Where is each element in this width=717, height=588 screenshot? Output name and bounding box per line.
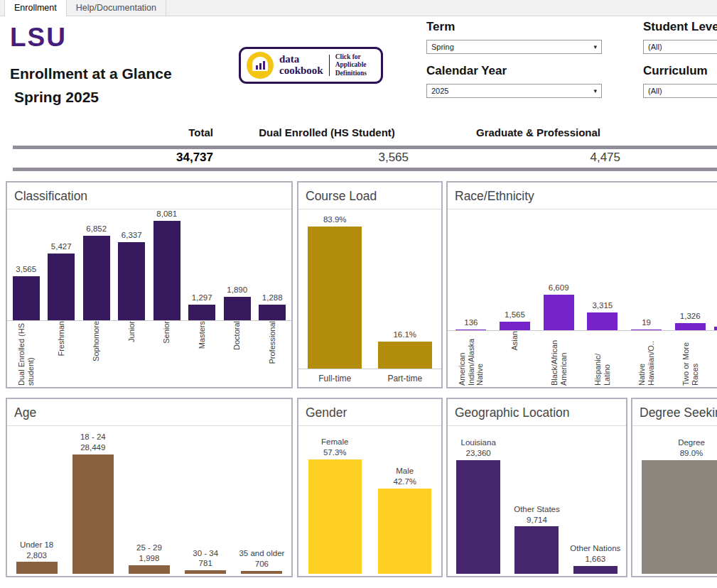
summary-header-dual-enrolled: Dual Enrolled (HS Student) <box>242 126 412 138</box>
gender-panel: Gender Female57.3%Male42.7% <box>297 398 443 577</box>
bar-black-african-american[interactable] <box>544 295 574 330</box>
axis-label-masters: Masters <box>198 321 207 349</box>
race-ethnicity-panel: Race/Ethnicity 1361,5656,6093,315191,326… <box>446 181 717 388</box>
cookbook-note: Click for Applicable Definitions <box>335 53 375 77</box>
summary-header-grad-professional: Graduate & Professional <box>458 126 618 138</box>
axis-label-freshman: Freshman <box>57 321 66 356</box>
axis-label-hispanic-latino: Hispanic/ Latino <box>593 331 611 386</box>
bar-label: 5,427 <box>51 241 72 252</box>
bar-professional[interactable] <box>259 305 286 320</box>
race-ethnicity-title: Race/Ethnicity <box>448 183 717 209</box>
bar-junior[interactable] <box>118 242 145 320</box>
tab-bar: Enrollment Help/Documentation <box>0 0 717 16</box>
bar-female[interactable] <box>308 459 362 574</box>
classification-panel: Classification 3,5655,4276,8526,3378,081… <box>6 181 293 388</box>
cookbook-divider <box>329 55 330 76</box>
filter-curriculum-label: Curriculum <box>643 64 717 78</box>
bar-label: 1,565 <box>505 310 525 320</box>
filter-calendar-year: Calendar Year 2025▾ <box>426 64 602 98</box>
bar-label: Louisiana23,360 <box>461 437 496 459</box>
bar-35-and-older[interactable] <box>241 571 282 574</box>
bar-freshman[interactable] <box>48 254 75 320</box>
bar-degree[interactable] <box>642 460 717 574</box>
bar-masters[interactable] <box>188 305 215 320</box>
filter-student-level-dropdown[interactable]: (All) <box>643 40 717 54</box>
bar-louisiana[interactable] <box>456 460 500 574</box>
classification-chart: 3,5655,4276,8526,3378,0811,2971,8901,288… <box>7 209 291 386</box>
course_load-bars: 83.9%16.1% <box>298 209 441 369</box>
bar-american-indian-alaska-native[interactable] <box>455 330 486 331</box>
bar-label: 30 - 34781 <box>193 548 218 570</box>
dashboard-root: Enrollment Help/Documentation LSU Enroll… <box>0 0 717 588</box>
gender-bars: Female57.3%Male42.7% <box>298 426 441 574</box>
bar-18-24[interactable] <box>72 454 114 574</box>
bar-label: Female57.3% <box>321 437 348 458</box>
bar-label: 6,337 <box>122 230 142 241</box>
bar-label: 1,890 <box>227 285 247 295</box>
bar-label: Male42.7% <box>393 466 416 487</box>
filter-curriculum-dropdown[interactable]: (All) <box>643 84 717 98</box>
bar-partial[interactable] <box>714 327 717 330</box>
classification-axis-labels: Dual Enrolled (HS student)FreshmanSophom… <box>7 320 291 386</box>
filter-curriculum: Curriculum (All) <box>643 64 717 98</box>
bar-label: Under 182,803 <box>20 540 53 561</box>
axis-label-junior: Junior <box>127 321 136 342</box>
age-bars: Under 182,80318 - 2428,44925 - 291,99830… <box>7 426 291 574</box>
filter-term: Term Spring▾ <box>426 20 602 54</box>
bar-label: Other States9,714 <box>514 504 560 526</box>
bar-doctoral[interactable] <box>224 297 251 320</box>
axis-label-dual-enrolled-hs-student: Dual Enrolled (HS student) <box>17 321 35 386</box>
axis-label-native-hawaiian-o: Native Hawaiian/O.. <box>637 331 655 386</box>
chef-hat-icon <box>247 52 274 79</box>
course_load-axis-labels: Full-timePart-time <box>298 369 441 386</box>
bar-senior[interactable] <box>153 221 180 320</box>
bar-25-29[interactable] <box>129 565 170 574</box>
classification-title: Classification <box>7 183 291 209</box>
race-ethnicity-chart: 1361,5656,6093,315191,326American Indian… <box>448 209 717 386</box>
bar-hispanic-latino[interactable] <box>587 312 618 330</box>
bar-other-states[interactable] <box>514 526 559 574</box>
summary-value-dual-enrolled: 3,565 <box>242 151 409 165</box>
summary-band-top <box>13 146 717 149</box>
filter-term-dropdown[interactable]: Spring▾ <box>426 40 602 54</box>
filter-calendar-year-dropdown[interactable]: 2025▾ <box>426 84 602 98</box>
bar-asian[interactable] <box>500 322 530 330</box>
bar-label: 6,609 <box>549 283 569 293</box>
gender-chart: Female57.3%Male42.7% <box>298 426 441 574</box>
bar-label: 6,852 <box>86 224 107 234</box>
geographic-location-chart: Louisiana23,360Other States9,714Other Na… <box>448 426 626 574</box>
bar-label: 1,326 <box>680 311 701 322</box>
age-panel: Age Under 182,80318 - 2428,44925 - 291,9… <box>6 398 293 577</box>
age-title: Age <box>7 399 291 426</box>
bar-sophomore[interactable] <box>83 236 110 320</box>
axis-label-two-or-more-races: Two or More Races <box>681 331 699 386</box>
bar-30-34[interactable] <box>185 570 226 574</box>
bar-other-nations[interactable] <box>573 566 618 574</box>
degree-seeking-chart: Degree89.0% <box>632 426 717 574</box>
axis-label-part-time: Part-time <box>387 374 422 383</box>
bar-label: 35 and older706 <box>239 548 284 570</box>
bar-under-18[interactable] <box>16 562 58 574</box>
bar-full-time[interactable] <box>308 227 362 369</box>
bar-label: 1,288 <box>262 293 283 303</box>
tab-help-documentation[interactable]: Help/Documentation <box>67 0 166 16</box>
tab-bar-spacer <box>0 0 5 16</box>
page-title-line2: Spring 2025 <box>14 86 172 109</box>
axis-label-professional: Professional <box>268 321 277 364</box>
page-title: Enrollment at a Glance Spring 2025 <box>10 62 172 109</box>
degree_seeking-bars: Degree89.0% <box>632 426 717 574</box>
cookbook-brand: data cookbook <box>279 54 323 77</box>
data-cookbook-link[interactable]: data cookbook Click for Applicable Defin… <box>239 47 383 84</box>
bar-native-hawaiian-o[interactable] <box>631 330 662 331</box>
bar-label: Degree89.0% <box>678 437 705 459</box>
tab-enrollment[interactable]: Enrollment <box>5 0 67 16</box>
race_ethnicity-bars: 1361,5656,6093,315191,326 <box>448 209 717 330</box>
bar-label: 16.1% <box>393 330 416 340</box>
bar-dual-enrolled-hs-student[interactable] <box>13 276 40 320</box>
page-title-line1: Enrollment at a Glance <box>10 62 172 86</box>
summary-header-total: Total <box>0 126 213 138</box>
bar-label: 19 <box>642 317 651 328</box>
bar-male[interactable] <box>378 489 431 574</box>
bar-two-or-more-races[interactable] <box>675 323 706 330</box>
bar-part-time[interactable] <box>378 342 432 369</box>
